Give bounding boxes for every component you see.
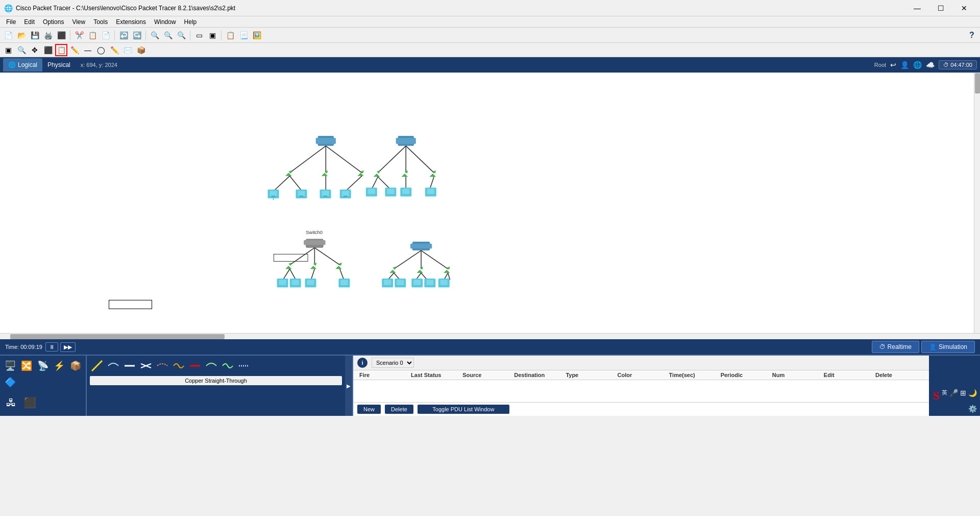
tb2-line[interactable]: — (82, 44, 94, 56)
cable-coax[interactable] (204, 359, 218, 373)
device-type-pc[interactable]: 🖧 (3, 394, 19, 411)
canvas-area[interactable]: Switch0 (0, 73, 980, 333)
tb2-mail[interactable]: ✉️ (121, 44, 134, 56)
tb-image[interactable]: 🖼️ (251, 29, 263, 41)
menu-file[interactable]: File (2, 17, 20, 27)
canvas-scrollbar-thumb[interactable] (975, 73, 980, 93)
tb-redo[interactable]: ↪️ (131, 29, 143, 41)
canvas-hscroll-thumb[interactable] (10, 334, 225, 339)
device-type-custom[interactable]: ⬛ (21, 394, 38, 411)
cable-straight[interactable] (122, 359, 137, 373)
tb-network-info[interactable]: ⬛ (55, 29, 67, 41)
cable-serial[interactable] (172, 359, 186, 373)
tab-physical[interactable]: Physical (42, 58, 76, 72)
cable-panel-toggle[interactable]: ▶ (345, 356, 352, 416)
cable-crossover[interactable] (139, 359, 153, 373)
title-text: Cisco Packet Tracer - C:\Users\lenovo\Ci… (16, 5, 905, 12)
svg-text:Switch0: Switch0 (306, 229, 323, 235)
device-type-wireless[interactable]: ⚡ (52, 359, 66, 373)
minimize-button[interactable]: — (905, 0, 929, 16)
nav-earth[interactable]: 🌐 (913, 61, 922, 69)
realtime-mode-button[interactable]: ⏱ Realtime (872, 341, 919, 353)
device-type-wan[interactable]: 🔷 (3, 375, 17, 389)
separator5 (221, 30, 222, 40)
svg-rect-25 (342, 191, 349, 196)
svg-rect-22 (322, 191, 329, 196)
realtime-play-btn[interactable]: ⏸ (45, 342, 58, 351)
cable-console[interactable] (106, 359, 120, 373)
realtime-step-btn[interactable]: ▶▶ (60, 342, 76, 352)
cable-fiber[interactable] (155, 359, 169, 373)
cable-usb[interactable] (220, 359, 235, 373)
menu-tools[interactable]: Tools (89, 17, 112, 27)
device-type-switch[interactable]: 🔀 (19, 359, 34, 373)
col-edit: Edit (822, 372, 873, 378)
nav-cloud[interactable]: ☁️ (926, 61, 935, 69)
tb2-move[interactable]: ✥ (29, 44, 41, 56)
tb2-select[interactable]: ▣ (2, 44, 14, 56)
tb-print[interactable]: 🖨️ (42, 29, 54, 41)
svg-rect-15 (270, 191, 277, 196)
svg-rect-74 (340, 280, 348, 285)
status-bar: Time: 00:09:19 ⏸ ▶▶ ⏱ Realtime 👤 Simulat… (0, 339, 980, 355)
canvas-hscroll[interactable] (0, 333, 980, 339)
tb-undo[interactable]: ↩️ (117, 29, 130, 41)
menu-help[interactable]: Help (180, 17, 201, 27)
tb2-pencil[interactable]: ✏️ (68, 44, 81, 56)
menu-edit[interactable]: Edit (20, 17, 39, 27)
tb-paste[interactable]: 📄 (100, 29, 112, 41)
menu-extensions[interactable]: Extensions (112, 17, 150, 27)
tb2-box[interactable]: 📦 (135, 44, 147, 56)
tb-new[interactable]: 📄 (2, 29, 14, 41)
simulation-mode-button[interactable]: 👤 Simulation (921, 341, 975, 353)
scenario-select[interactable]: Scenario 0 (372, 358, 414, 368)
tb-cut[interactable]: ✂️ (73, 29, 85, 41)
tb-save[interactable]: 💾 (29, 29, 41, 41)
nav-back[interactable]: ↩ (890, 61, 896, 69)
svg-line-10 (274, 176, 289, 191)
tb2-search[interactable]: 🔍 (15, 44, 28, 56)
tb-help[interactable]: ? (966, 29, 978, 41)
cable-octal[interactable] (237, 359, 251, 373)
tb-zoom-reset[interactable]: 🔍 (175, 29, 187, 41)
maximize-button[interactable]: ☐ (929, 0, 952, 16)
col-last-status: Last Status (409, 372, 460, 378)
nav-user[interactable]: 👤 (900, 61, 909, 69)
tb-rect[interactable]: ▭ (193, 29, 205, 41)
delete-pdu-button[interactable]: Delete (385, 405, 413, 414)
tb-zoom-in[interactable]: 🔍 (149, 29, 161, 41)
tb-zoom-out[interactable]: 🔍 (162, 29, 174, 41)
tb-open[interactable]: 📂 (15, 29, 28, 41)
network-diagram: Switch0 (0, 73, 980, 333)
root-label: Root (874, 62, 886, 68)
menu-window[interactable]: Window (150, 17, 180, 27)
device-type-router[interactable]: 🖥️ (3, 359, 17, 373)
menu-options[interactable]: Options (39, 17, 68, 27)
canvas-scrollbar[interactable] (974, 73, 980, 333)
svg-line-63 (283, 269, 289, 279)
tb2-pdu[interactable]: 📋 (55, 44, 67, 56)
device-type-hub[interactable]: 📡 (36, 359, 50, 373)
cable-phone[interactable] (188, 359, 202, 373)
tb-square[interactable]: ▣ (206, 29, 218, 41)
pdu-table-body (353, 380, 929, 402)
cable-label: Copper Straight-Through (90, 376, 342, 385)
tab-logical[interactable]: 🌐 Logical (3, 58, 42, 72)
tb-document[interactable]: 📃 (237, 29, 250, 41)
svg-marker-36 (402, 174, 408, 177)
tb2-unknown[interactable]: ⬛ (42, 44, 54, 56)
separator2 (114, 30, 115, 40)
tb-copy[interactable]: 📋 (86, 29, 99, 41)
toggle-pdu-button[interactable]: Toggle PDU List Window (418, 405, 509, 414)
close-button[interactable]: ✕ (952, 0, 976, 16)
svg-rect-49 (427, 189, 434, 194)
switch-label-input[interactable] (109, 300, 152, 309)
device-type-security[interactable]: 📦 (68, 359, 83, 373)
menu-view[interactable]: View (68, 17, 89, 27)
new-pdu-button[interactable]: New (357, 405, 381, 414)
tb-clipboard[interactable]: 📋 (224, 29, 236, 41)
app-icon: 🌐 (4, 4, 13, 12)
tb2-ellipse[interactable]: ◯ (95, 44, 107, 56)
cable-auto[interactable] (90, 359, 104, 373)
tb2-pen[interactable]: ✏️ (108, 44, 120, 56)
